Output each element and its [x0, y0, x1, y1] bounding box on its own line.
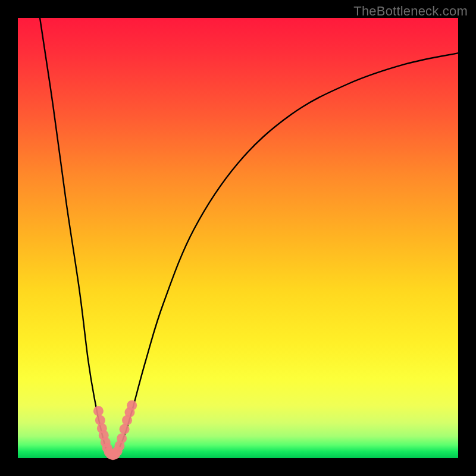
- chart-frame: TheBottleneck.com: [0, 0, 476, 476]
- curve-left-branch: [40, 18, 109, 455]
- marker-layer: [93, 400, 137, 461]
- plot-area: [18, 18, 458, 458]
- watermark-text: TheBottleneck.com: [353, 4, 468, 19]
- curve-right-branch: [115, 53, 458, 455]
- curve-layer: [40, 18, 458, 456]
- chart-svg: [18, 18, 458, 458]
- data-point: [127, 400, 137, 411]
- data-point: [120, 424, 130, 434]
- data-point: [117, 433, 127, 443]
- data-point: [93, 406, 104, 416]
